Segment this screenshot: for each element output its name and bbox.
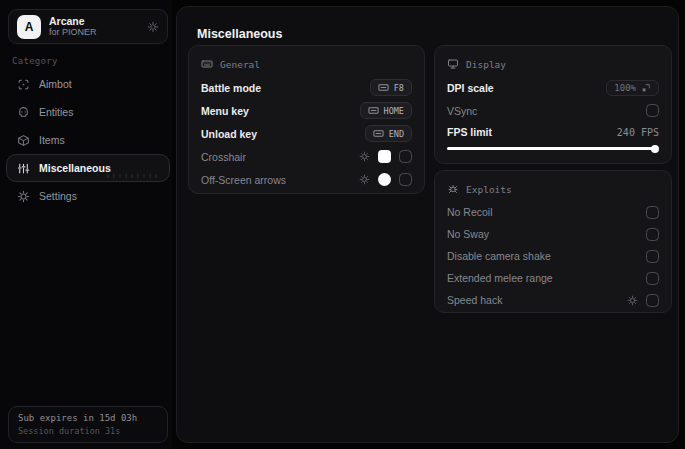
category-label: Category bbox=[12, 56, 58, 66]
app-header-card: A Arcane for PIONER bbox=[8, 9, 168, 44]
setting-row-speed-hack: Speed hack bbox=[447, 289, 659, 311]
subscription-info-card: Sub expires in 15d 03h Session duration … bbox=[8, 406, 168, 443]
sidebar-item-settings[interactable]: Settings bbox=[6, 182, 170, 210]
checkbox[interactable] bbox=[646, 294, 659, 307]
sidebar-item-miscellaneous[interactable]: Miscellaneous bbox=[6, 154, 170, 182]
keybind-button[interactable]: END bbox=[365, 125, 412, 142]
setting-label: Disable camera shake bbox=[447, 250, 551, 262]
checkbox[interactable] bbox=[646, 272, 659, 285]
sidebar-item-label: Entities bbox=[39, 106, 73, 118]
setting-row-extended-melee-range: Extended melee range bbox=[447, 267, 659, 289]
app-meta: Arcane for PIONER bbox=[49, 15, 139, 37]
setting-label: Battle mode bbox=[201, 82, 261, 94]
setting-row-menu-key: Menu key HOME bbox=[201, 99, 412, 122]
app-logo: A bbox=[17, 15, 41, 39]
setting-row-crosshair: Crosshair bbox=[201, 145, 412, 168]
setting-label: Menu key bbox=[201, 105, 249, 117]
setting-row-disable-camera-shake: Disable camera shake bbox=[447, 245, 659, 267]
sub-expires-text: Sub expires in 15d 03h bbox=[18, 412, 158, 425]
sliders-icon bbox=[17, 162, 30, 175]
setting-row-no-sway: No Sway bbox=[447, 223, 659, 245]
keybind-button[interactable]: F8 bbox=[370, 79, 412, 96]
keyboard-icon bbox=[368, 105, 379, 116]
setting-row-battle-mode: Battle mode F8 bbox=[201, 76, 412, 99]
keybind-value: END bbox=[389, 129, 404, 139]
keybind-value: F8 bbox=[394, 83, 404, 93]
general-card-title: General bbox=[201, 55, 412, 73]
keyboard-icon bbox=[201, 58, 213, 70]
display-card: Display DPI scale 100% VSync FPS limit 2… bbox=[434, 45, 672, 164]
sidebar-item-label: Settings bbox=[39, 190, 77, 202]
page-title: Miscellaneous bbox=[197, 27, 282, 41]
items-cube-icon bbox=[17, 134, 30, 147]
color-swatch[interactable] bbox=[378, 150, 391, 163]
aimbot-scan-icon bbox=[17, 78, 30, 91]
setting-row-fps-limit: FPS limit 240 FPS bbox=[447, 122, 659, 142]
gear-icon[interactable] bbox=[627, 295, 638, 306]
sidebar-item-label: Miscellaneous bbox=[39, 162, 111, 174]
sidebar-item-items[interactable]: Items bbox=[6, 126, 170, 154]
setting-row-no-recoil: No Recoil bbox=[447, 201, 659, 223]
monitor-icon bbox=[447, 58, 459, 70]
sidebar: A Arcane for PIONER Category Aimbot Enti… bbox=[0, 0, 172, 449]
keybind-value: HOME bbox=[384, 106, 404, 116]
setting-row-dpi-scale: DPI scale 100% bbox=[447, 76, 659, 99]
gear-icon[interactable] bbox=[147, 21, 159, 33]
setting-label: Crosshair bbox=[201, 151, 246, 163]
slider-knob[interactable] bbox=[651, 145, 659, 153]
exploits-card: Exploits No Recoil No Sway Disable camer… bbox=[434, 170, 672, 313]
setting-label: Off-Screen arrows bbox=[201, 174, 286, 186]
setting-label: Extended melee range bbox=[447, 272, 553, 284]
checkbox[interactable] bbox=[646, 250, 659, 263]
setting-label: FPS limit bbox=[447, 126, 492, 138]
scale-icon bbox=[641, 83, 651, 93]
sidebar-item-label: Items bbox=[39, 134, 65, 146]
checkbox[interactable] bbox=[646, 228, 659, 241]
general-card: General Battle mode F8 Menu key HOME Unl… bbox=[188, 45, 425, 194]
sidebar-item-aimbot[interactable]: Aimbot bbox=[6, 70, 170, 98]
selected-item-ticks bbox=[107, 174, 159, 178]
exploits-card-title: Exploits bbox=[447, 180, 659, 198]
sidebar-item-entities[interactable]: Entities bbox=[6, 98, 170, 126]
session-duration-text: Session duration 31s bbox=[18, 425, 158, 437]
gear-icon[interactable] bbox=[359, 151, 370, 162]
general-card-title-text: General bbox=[220, 59, 260, 70]
keyboard-icon bbox=[378, 82, 389, 93]
checkbox[interactable] bbox=[399, 173, 412, 186]
app-name: Arcane bbox=[49, 15, 139, 27]
gear-icon[interactable] bbox=[359, 174, 370, 185]
setting-row-vsync: VSync bbox=[447, 99, 659, 122]
entities-skull-icon bbox=[17, 106, 30, 119]
setting-row-unload-key: Unload key END bbox=[201, 122, 412, 145]
main-panel: Miscellaneous General Battle mode F8 Men… bbox=[176, 6, 679, 443]
gear-icon bbox=[17, 190, 30, 203]
checkbox[interactable] bbox=[646, 206, 659, 219]
color-swatch[interactable] bbox=[378, 173, 391, 186]
display-card-title: Display bbox=[447, 55, 659, 73]
fps-limit-value: 240 FPS bbox=[617, 127, 659, 138]
slider-fill bbox=[447, 147, 657, 150]
setting-row-offscreen-arrows: Off-Screen arrows bbox=[201, 168, 412, 191]
keyboard-icon bbox=[373, 128, 384, 139]
checkbox[interactable] bbox=[646, 104, 659, 117]
sidebar-item-label: Aimbot bbox=[39, 78, 72, 90]
setting-label: Unload key bbox=[201, 128, 257, 140]
dpi-scale-value: 100% bbox=[614, 83, 636, 93]
sidebar-nav: Aimbot Entities Items Miscellaneous S bbox=[6, 70, 170, 210]
setting-label: Speed hack bbox=[447, 294, 502, 306]
setting-label: No Recoil bbox=[447, 206, 493, 218]
keybind-button[interactable]: HOME bbox=[360, 102, 412, 119]
dpi-scale-select[interactable]: 100% bbox=[606, 80, 659, 96]
exploits-card-title-text: Exploits bbox=[466, 184, 512, 195]
checkbox[interactable] bbox=[399, 150, 412, 163]
fps-slider[interactable] bbox=[447, 144, 659, 153]
setting-label: DPI scale bbox=[447, 82, 494, 94]
display-card-title-text: Display bbox=[466, 59, 506, 70]
setting-label: No Sway bbox=[447, 228, 489, 240]
setting-label: VSync bbox=[447, 105, 477, 117]
app-tagline: for PIONER bbox=[49, 27, 139, 37]
bug-icon bbox=[447, 183, 459, 195]
